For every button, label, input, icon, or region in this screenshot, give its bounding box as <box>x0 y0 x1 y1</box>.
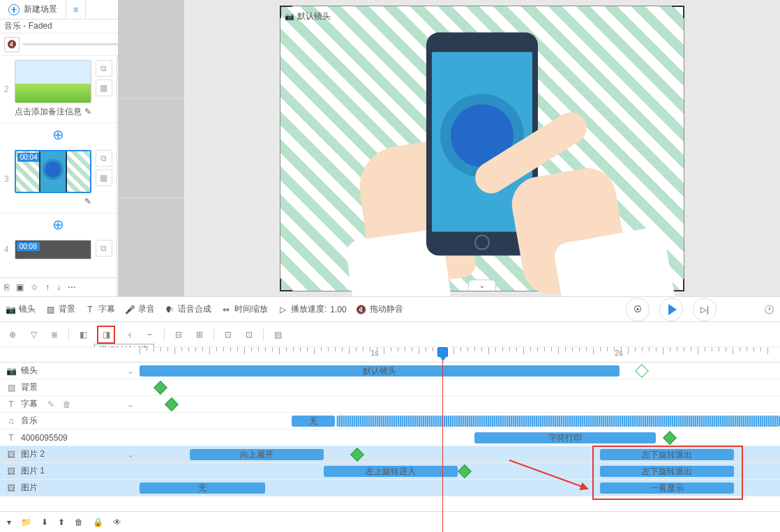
timeline-ruler[interactable]: 1s 2s <box>0 347 780 363</box>
clip-pic1-in[interactable]: 左上旋转进入 <box>324 466 458 477</box>
tab-background[interactable]: ▨背景 <box>45 303 75 315</box>
timescale-icon: ⇔ <box>221 305 231 314</box>
edit-icon[interactable]: ✎ <box>84 107 91 116</box>
playback-speed[interactable]: ▷播放速度: 1.00 <box>278 303 347 315</box>
scene-template-button[interactable]: ▦ <box>96 79 112 96</box>
dist-icon[interactable]: ⊞ <box>193 328 207 342</box>
scene-copy-button[interactable]: ⧉ <box>96 150 112 167</box>
clip-camera[interactable]: 默认镜头 <box>140 365 620 377</box>
clip-text[interactable]: 字符打印 <box>474 432 656 443</box>
clip-pic-none[interactable]: 无 <box>140 482 265 494</box>
scene-template-button[interactable]: ▦ <box>96 169 112 186</box>
align-icon[interactable]: ⫟ <box>143 328 157 342</box>
text-icon: T <box>6 433 17 443</box>
gap-icon[interactable]: ⊡ <box>221 328 235 342</box>
eye-icon[interactable]: 👁 <box>113 517 121 527</box>
canvas-main[interactable]: 📷 默认镜头 ⌄ <box>184 0 780 296</box>
tab-subtitle[interactable]: T字幕 <box>85 303 115 315</box>
scene-index: 3 <box>4 174 10 184</box>
clip-music-none[interactable]: 无 <box>292 416 335 427</box>
upload-icon[interactable]: ⬆ <box>58 517 65 527</box>
playhead[interactable] <box>442 347 443 532</box>
mute-icon: 🔇 <box>357 305 366 314</box>
trash-icon[interactable]: 🗑 <box>75 517 83 527</box>
bg-icon: ▨ <box>45 305 55 314</box>
tab-tts[interactable]: 🗣语音合成 <box>165 303 211 315</box>
edit-icon[interactable]: ✎ <box>84 197 91 206</box>
down-icon[interactable]: ↓ <box>57 282 61 292</box>
next-button[interactable]: ▷| <box>693 298 717 321</box>
canvas-gutter <box>118 0 184 296</box>
scene-thumbnail-selected[interactable]: 00:04 <box>15 150 91 193</box>
align-icon[interactable]: ⫞ <box>122 328 136 342</box>
keyframe[interactable] <box>153 381 167 395</box>
align-left-icon[interactable]: ◧ <box>76 328 90 342</box>
prop-icon[interactable]: ▤ <box>271 328 285 342</box>
ruler-track[interactable]: 1s 2s <box>140 347 780 362</box>
collapse-icon[interactable]: ▾ <box>7 517 11 527</box>
add-scene-button[interactable]: ⊕ <box>0 123 117 146</box>
chevron-down-icon[interactable]: ⌄ <box>127 450 134 459</box>
keyframe[interactable] <box>635 364 649 378</box>
scene-copy-button[interactable]: ⧉ <box>96 240 112 257</box>
track-camera[interactable]: 📷镜头⌄ 默认镜头 <box>0 363 780 379</box>
track-background[interactable]: ▨背景 <box>0 379 780 396</box>
clock-icon[interactable]: 🕐 <box>764 305 774 314</box>
bg-icon: ▨ <box>6 383 17 393</box>
tool-icon[interactable]: ▣ <box>16 282 24 292</box>
track-music[interactable]: ♫音乐 无 <box>0 413 780 430</box>
scene-copy-button[interactable]: ⧉ <box>96 60 112 77</box>
edit-icon[interactable]: ✎ <box>47 400 54 409</box>
more-icon[interactable]: ⋯ <box>68 282 76 292</box>
scene-thumbnail[interactable]: 00:08 <box>15 240 91 259</box>
list-icon[interactable]: ≡ <box>66 0 86 19</box>
drag-mute[interactable]: 🔇拖动静音 <box>357 303 403 315</box>
folder-icon[interactable]: 📁 <box>21 517 31 527</box>
collapse-button[interactable]: ⌄ <box>468 280 496 291</box>
add-scene-button[interactable]: ⊕ <box>0 213 117 236</box>
bottom-toolbar: ▾ 📁 ⬇ ⬆ 🗑 🔒 👁 <box>0 511 780 532</box>
chevron-down-icon[interactable]: ⌄ <box>127 366 134 376</box>
track-subtitle[interactable]: T字幕 ✎ 🗑 ⌄ <box>0 396 780 413</box>
star-icon[interactable]: ☆ <box>31 282 38 292</box>
track-text[interactable]: T4006095509 字符打印 <box>0 430 780 446</box>
mute-button[interactable]: 🔇 <box>4 37 20 52</box>
scene-item-3[interactable]: 4 00:08 ⧉ <box>0 236 117 264</box>
dist-icon[interactable]: ⊟ <box>172 328 186 342</box>
keyframe[interactable] <box>458 464 472 478</box>
align-exit-active[interactable]: ◨ <box>97 326 115 344</box>
scene-item-2[interactable]: 3 00:04 ✎ ⧉ ▦ <box>0 146 117 213</box>
tab-record[interactable]: 🎤录音 <box>125 303 155 315</box>
layers-icon[interactable]: ≣ <box>47 328 61 342</box>
chevron-down-icon[interactable]: ⌄ <box>127 400 134 409</box>
gap-icon[interactable]: ⊡ <box>242 328 256 342</box>
ruler-label: 1s <box>370 349 379 357</box>
play-button[interactable] <box>659 298 683 321</box>
align-toolbar: ⊕ ▽ ≣ ◧ ◨ 退场时长对齐 ⫞ ⫟ ⊟ ⊞ ⊡ ⊡ ▤ <box>0 322 780 347</box>
lock-icon[interactable]: 🔒 <box>93 517 103 527</box>
scene-note[interactable]: 点击添加备注信息 <box>15 106 82 118</box>
tab-timescale[interactable]: ⇔时间缩放 <box>221 303 268 315</box>
keyframe[interactable] <box>663 431 677 445</box>
download-icon[interactable]: ⬇ <box>41 517 48 527</box>
delete-icon[interactable]: 🗑 <box>63 400 71 409</box>
scene-thumbnail[interactable] <box>15 60 91 103</box>
camera-badge: 📷 默认镜头 <box>285 10 331 22</box>
filter-icon[interactable]: ▽ <box>27 328 40 342</box>
scene-index: 2 <box>4 84 10 94</box>
keyframe[interactable] <box>350 448 364 462</box>
tool-icon[interactable]: ⎘ <box>4 282 9 292</box>
clip-music-wave[interactable] <box>336 416 780 427</box>
scene-time-tag: 00:08 <box>17 242 40 251</box>
up-icon[interactable]: ↑ <box>45 282 50 292</box>
playhead-handle[interactable] <box>437 347 448 357</box>
timeline-tabs: 📷镜头 ▨背景 T字幕 🎤录音 🗣语音合成 ⇔时间缩放 ▷播放速度: 1.00 … <box>0 296 780 322</box>
scene-item-1[interactable]: 2 点击添加备注信息✎ ⧉ ▦ <box>0 56 117 123</box>
new-scene-button[interactable]: 新建场景 <box>0 0 66 19</box>
tab-camera[interactable]: 📷镜头 <box>6 303 36 315</box>
prev-button[interactable]: ⦿ <box>626 298 650 321</box>
zoom-icon[interactable]: ⊕ <box>6 328 20 342</box>
clip-pic2-in[interactable]: 向上展开 <box>190 449 324 460</box>
stage[interactable]: 📷 默认镜头 ⌄ <box>280 6 684 291</box>
keyframe[interactable] <box>165 397 179 411</box>
